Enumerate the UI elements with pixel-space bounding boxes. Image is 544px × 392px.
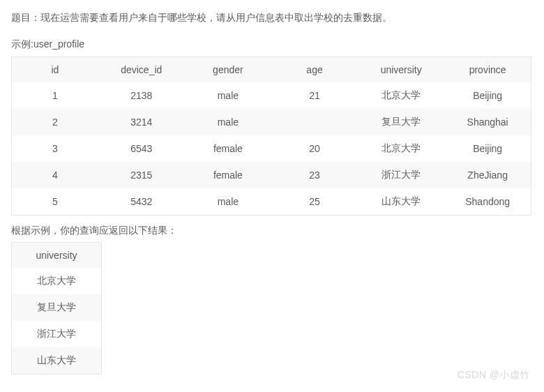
col-age: age — [271, 56, 358, 82]
cell: ZheJiang — [444, 162, 531, 188]
cell: 复旦大学 — [12, 294, 102, 321]
result-label: 根据示例，你的查询应返回以下结果： — [11, 223, 533, 238]
table-row: 5 5432 male 25 山东大学 Shandong — [12, 188, 531, 216]
col-id: id — [12, 56, 98, 82]
cell: 23 — [271, 162, 358, 188]
cell: 浙江大学 — [358, 162, 444, 188]
cell: female — [185, 162, 271, 188]
cell: 25 — [271, 188, 358, 216]
table-header-row: university — [12, 243, 102, 269]
cell: male — [185, 109, 271, 135]
table-row: 3 6543 female 20 北京大学 Beijing — [12, 135, 531, 162]
cell: Shandong — [444, 188, 531, 216]
cell: 北京大学 — [12, 268, 102, 294]
cell: Beijing — [444, 135, 531, 162]
cell: 2315 — [98, 162, 185, 188]
cell: 20 — [271, 135, 358, 162]
col-device-id: device_id — [98, 56, 185, 82]
cell: 5432 — [98, 188, 185, 216]
cell: 山东大学 — [12, 347, 102, 375]
col-gender: gender — [185, 56, 271, 82]
cell: 3 — [12, 135, 98, 162]
cell: 2138 — [98, 82, 185, 109]
cell — [271, 109, 358, 135]
cell: male — [185, 188, 271, 216]
col-university: university — [12, 243, 102, 269]
col-university: university — [358, 56, 444, 82]
cell: 4 — [12, 162, 98, 188]
col-province: province — [444, 56, 531, 82]
cell: 1 — [12, 82, 98, 109]
table-row: 北京大学 — [12, 268, 102, 294]
cell: 复旦大学 — [358, 109, 444, 135]
cell: 山东大学 — [358, 188, 444, 216]
cell: 6543 — [98, 135, 185, 162]
cell: Shanghai — [444, 109, 531, 135]
cell: Beijing — [444, 82, 531, 109]
cell: 北京大学 — [358, 135, 444, 162]
table-row: 4 2315 female 23 浙江大学 ZheJiang — [12, 162, 531, 188]
user-profile-table: id device_id gender age university provi… — [11, 56, 531, 216]
cell: 3214 — [98, 109, 185, 135]
cell: 浙江大学 — [12, 321, 102, 347]
cell: 北京大学 — [358, 82, 444, 109]
cell: 2 — [12, 109, 98, 135]
cell: 5 — [12, 188, 98, 216]
example-label: 示例:user_profile — [11, 36, 533, 52]
table-row: 1 2138 male 21 北京大学 Beijing — [12, 82, 531, 109]
result-table: university 北京大学 复旦大学 浙江大学 山东大学 — [11, 242, 102, 375]
table-row: 复旦大学 — [12, 294, 102, 321]
table-row: 山东大学 — [12, 347, 102, 375]
watermark: CSDN @小虚竹 — [458, 369, 530, 382]
cell: male — [185, 82, 271, 109]
table-row: 2 3214 male 复旦大学 Shanghai — [12, 109, 531, 135]
cell: 21 — [271, 82, 358, 109]
question-text: 题目：现在运营需要查看用户来自于哪些学校，请从用户信息表中取出学校的去重数据。 — [11, 10, 533, 25]
table-header-row: id device_id gender age university provi… — [12, 56, 531, 82]
cell: female — [185, 135, 271, 162]
table-row: 浙江大学 — [12, 321, 102, 347]
